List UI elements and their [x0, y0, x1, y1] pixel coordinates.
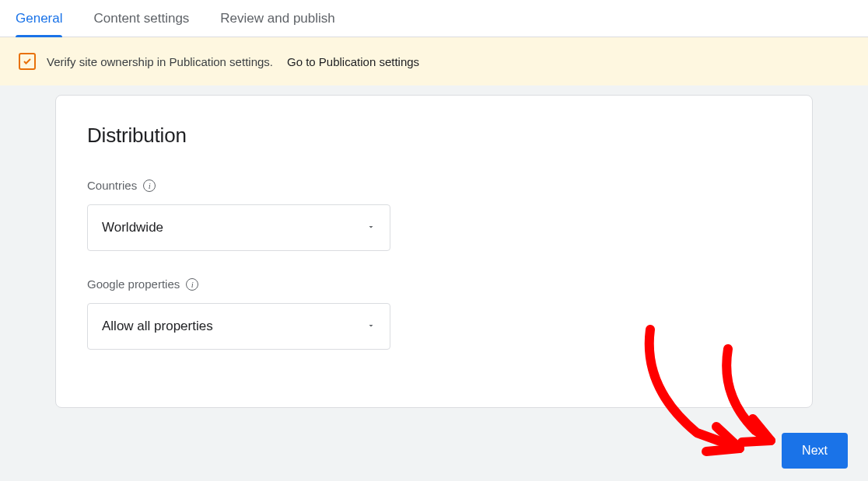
tab-general[interactable]: General [16, 0, 62, 37]
verification-banner: Verify site ownership in Publication set… [0, 37, 868, 85]
card-title: Distribution [87, 124, 781, 148]
chevron-down-icon [366, 220, 376, 235]
countries-select[interactable]: Worldwide [87, 204, 390, 251]
properties-field: Google properties i Allow all properties [87, 277, 781, 350]
tab-content-settings[interactable]: Content settings [93, 0, 189, 37]
countries-label-row: Countries i [87, 179, 781, 192]
countries-label: Countries [87, 179, 137, 192]
info-icon[interactable]: i [186, 278, 198, 291]
properties-label: Google properties [87, 277, 180, 291]
countries-value: Worldwide [102, 220, 163, 235]
distribution-card: Distribution Countries i Worldwide Googl… [55, 95, 813, 408]
properties-value: Allow all properties [102, 319, 213, 334]
publication-settings-link[interactable]: Go to Publication settings [287, 55, 419, 68]
checkbox-warning-icon [19, 53, 36, 70]
countries-field: Countries i Worldwide [87, 179, 781, 251]
properties-select[interactable]: Allow all properties [87, 303, 390, 350]
next-button[interactable]: Next [782, 433, 848, 469]
banner-message: Verify site ownership in Publication set… [47, 55, 273, 68]
info-icon[interactable]: i [143, 180, 156, 192]
chevron-down-icon [366, 319, 376, 334]
properties-label-row: Google properties i [87, 277, 781, 291]
tab-bar: General Content settings Review and publ… [0, 0, 868, 37]
content-area: Distribution Countries i Worldwide Googl… [0, 85, 868, 427]
tab-review-publish[interactable]: Review and publish [220, 0, 334, 37]
